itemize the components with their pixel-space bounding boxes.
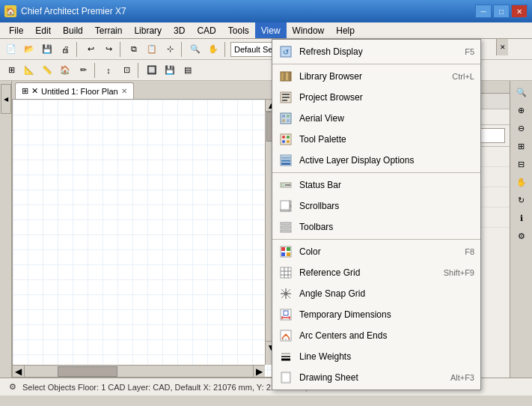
tab-close-btn[interactable]: ✕ [121, 87, 127, 95]
menu-drawing-sheet[interactable]: Drawing Sheet Alt+F3 [272, 367, 480, 388]
svg-rect-29 [290, 204, 291, 207]
menu-library-browser[interactable]: Library Browser Ctrl+L [272, 66, 480, 87]
rt-pan-btn[interactable]: ✋ [513, 174, 530, 190]
title-bar: 🏠 Chief Architect Premier X7 ─ □ ✕ [0, 0, 532, 22]
floor-plan-canvas[interactable]: ▲ ▼ ◀ ▶ [12, 99, 278, 378]
floor-plan-tab[interactable]: ⊞ ✕ Untitled 1: Floor Plan ✕ [15, 82, 134, 99]
rt-fit-btn[interactable]: ⊞ [513, 138, 530, 154]
menu-sep3 [272, 239, 480, 240]
rt-zoom-in-btn[interactable]: ⊕ [513, 102, 530, 118]
drawing-sheet-shortcut: Alt+F3 [450, 373, 474, 382]
tab-label: Untitled 1: Floor Plan [41, 87, 118, 96]
menu-file[interactable]: File [3, 22, 29, 38]
save-btn[interactable]: 💾 [39, 41, 55, 58]
menu-scrollbars[interactable]: Scrollbars [272, 196, 480, 216]
minimize-button[interactable]: ─ [475, 4, 492, 18]
toolbar-sep4 [224, 42, 227, 57]
menu-temporary-dimensions[interactable]: Temporary Dimensions [272, 304, 480, 325]
library-close-btn[interactable]: ✕ [496, 39, 508, 55]
rt-search-btn[interactable]: 🔍 [513, 84, 530, 100]
rt-extent-btn[interactable]: ⊟ [513, 156, 530, 172]
menu-window[interactable]: Window [287, 22, 331, 38]
toolbars-label: Toolbars [299, 222, 468, 232]
app-title: Chief Architect Premier X7 [21, 6, 126, 16]
svg-rect-31 [281, 226, 291, 228]
tb2-btn6[interactable]: ↕ [100, 62, 117, 79]
pan-btn[interactable]: ✋ [205, 41, 221, 58]
menu-cad[interactable]: CAD [191, 22, 221, 38]
tb2-btn1[interactable]: ⊞ [3, 62, 19, 79]
new-btn[interactable]: 📄 [3, 41, 19, 58]
menu-reference-grid[interactable]: Reference Grid Shift+F9 [272, 262, 480, 283]
undo-btn[interactable]: ↩ [82, 41, 99, 58]
scroll-thumb-h[interactable] [58, 366, 117, 377]
rt-settings-btn[interactable]: ⚙ [513, 228, 530, 244]
maximize-button[interactable]: □ [493, 4, 510, 18]
tb2-btn9[interactable]: 💾 [162, 62, 178, 79]
menu-aerial-view[interactable]: Aerial View [272, 108, 480, 129]
tb2-btn2[interactable]: 📐 [21, 62, 37, 79]
tool-palette-label: Tool Palette [299, 134, 468, 145]
menu-3d[interactable]: 3D [168, 22, 191, 38]
menu-status-bar[interactable]: Status Bar [272, 175, 480, 196]
menu-project-browser[interactable]: Project Browser [272, 87, 480, 108]
redo-btn[interactable]: ↪ [100, 41, 117, 58]
view-dropdown-menu: ↺ Refresh Display F5 Library Browser Ctr… [272, 39, 481, 390]
copy-btn[interactable]: ⧉ [126, 41, 142, 58]
menu-sep2 [272, 172, 480, 173]
arc-centers-ends-label: Arc Centers and Ends [299, 330, 468, 341]
menu-tool-palette[interactable]: Tool Palette [272, 129, 480, 150]
reference-grid-label: Reference Grid [299, 267, 438, 278]
scroll-right-arrow[interactable]: ▶ [253, 366, 265, 377]
menu-help[interactable]: Help [330, 22, 361, 38]
menu-line-weights[interactable]: Line Weights [272, 346, 480, 367]
grid-background [13, 100, 277, 377]
paste-btn[interactable]: 📋 [144, 41, 160, 58]
aerial-icon [278, 111, 293, 126]
rt-rotate-btn[interactable]: ↻ [513, 192, 530, 208]
left-panel-btn[interactable]: ◀ [1, 84, 11, 114]
zoom-btn[interactable]: 🔍 [187, 41, 204, 58]
menu-sep1 [272, 64, 480, 64]
menu-toolbars[interactable]: Toolbars [272, 216, 480, 237]
menu-arc-centers-ends[interactable]: Arc Centers and Ends [272, 325, 480, 346]
scroll-left-arrow[interactable]: ◀ [13, 366, 25, 377]
svg-rect-3 [285, 72, 289, 81]
horizontal-scrollbar[interactable]: ◀ ▶ [13, 365, 265, 377]
tab-close-icon[interactable]: ✕ [31, 86, 38, 96]
tb2-btn5[interactable]: ✏ [75, 62, 91, 79]
status-bar-label: Status Bar [299, 180, 468, 190]
menu-refresh-display[interactable]: ↺ Refresh Display F5 [272, 41, 480, 62]
select-btn[interactable]: ⊹ [162, 41, 178, 58]
menu-terrain[interactable]: Terrain [89, 22, 129, 38]
menu-tools[interactable]: Tools [222, 22, 255, 38]
menu-active-layer[interactable]: Active Layer Display Options [272, 150, 480, 171]
tb2-btn3[interactable]: 📏 [39, 62, 55, 79]
toolbar2-sep1 [94, 63, 97, 78]
status-gear-btn[interactable]: ⚙ [6, 381, 19, 394]
tb2-btn10[interactable]: ▤ [180, 62, 196, 79]
menu-edit[interactable]: Edit [29, 22, 57, 38]
angle-snap-grid-label: Angle Snap Grid [299, 288, 468, 299]
tb2-btn4[interactable]: 🏠 [57, 62, 73, 79]
menu-build[interactable]: Build [57, 22, 89, 38]
menu-color[interactable]: Color F8 [272, 241, 480, 262]
rt-info-btn[interactable]: ℹ [513, 210, 530, 226]
svg-point-15 [282, 136, 285, 139]
tb2-btn8[interactable]: 🔲 [144, 62, 160, 79]
tb2-btn7[interactable]: ⊡ [118, 62, 135, 79]
open-btn[interactable]: 📂 [21, 41, 37, 58]
menu-view[interactable]: View [255, 22, 287, 38]
arc-centers-ends-icon [278, 328, 293, 343]
refresh-label: Refresh Display [299, 46, 459, 57]
rt-zoom-out-btn[interactable]: ⊖ [513, 120, 530, 136]
library-icon [278, 69, 293, 84]
aerial-view-label: Aerial View [299, 113, 468, 124]
menu-angle-snap-grid[interactable]: Angle Snap Grid [272, 283, 480, 304]
print-btn[interactable]: 🖨 [57, 41, 73, 58]
scrollbars-icon [278, 199, 293, 213]
close-button[interactable]: ✕ [511, 4, 528, 18]
status-bar-icon [278, 178, 293, 193]
menu-library[interactable]: Library [128, 22, 168, 38]
color-label: Color [299, 246, 459, 257]
